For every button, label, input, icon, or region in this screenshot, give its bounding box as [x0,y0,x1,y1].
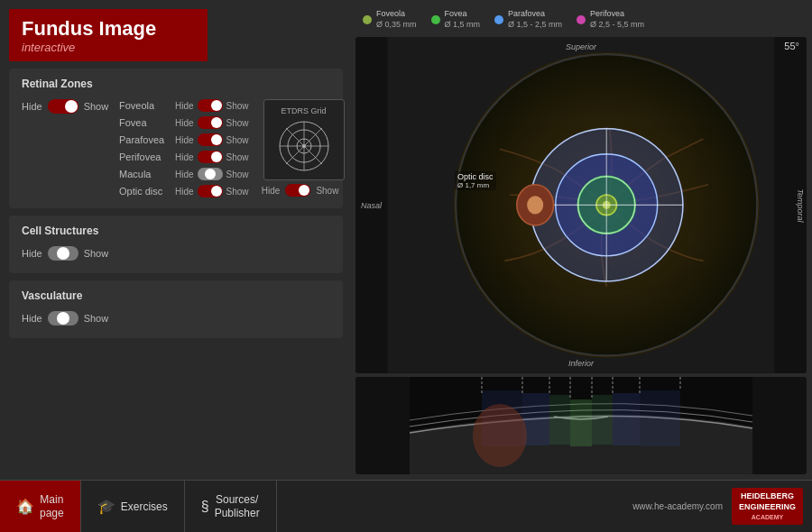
zone-toggle-parafovea[interactable] [198,133,223,146]
legend-foveola-label: Foveola [376,9,417,20]
zone-row-optic-disc: Optic disc Hide Show [119,185,249,197]
sources-icon: § [201,499,209,515]
app-subtitle: interactive [22,41,195,54]
legend-dot-perifovea [577,15,586,24]
etdrs-grid-svg [277,119,331,173]
vasculature-section: Vasculature Hide Show [9,280,343,338]
logo-line1: HEIDELBERG [739,491,796,502]
zone-toggle-macula[interactable] [198,168,223,180]
home-icon: 🏠 [16,498,34,515]
degree-label: 55° [784,41,799,51]
svg-point-34 [473,404,527,467]
oct-strip [355,377,807,474]
zone-toggle-foveola[interactable] [198,99,223,112]
svg-rect-31 [613,393,640,445]
legend-dot-fovea [431,15,440,24]
main-page-btn[interactable]: 🏠 Mainpage [0,481,81,532]
zone-row-foveola: Foveola Hide Show [119,99,249,112]
footer: 🏠 Mainpage 🎓 Exercises § Sources/Publish… [0,480,812,532]
cell-show-label: Show [84,248,109,259]
legend-dot-parafovea [494,15,503,24]
legend-fovea: Fovea Ø 1,5 mm [431,9,481,30]
retinal-zones-global-toggle-row: Hide Show [22,99,112,114]
exercises-btn[interactable]: 🎓 Exercises [81,481,185,532]
retinal-zones-section: Retinal Zones Hide Show [9,69,343,208]
main-page-label: Mainpage [40,493,64,519]
oct-svg [355,377,807,474]
legend-parafovea-label: Parafovea [508,9,562,20]
zone-label-perifovea: Perifovea [119,151,171,162]
zone-label-foveola: Foveola [119,100,171,111]
optic-disc-label: Optic disc Ø 1,7 mm [455,171,496,190]
retinal-zones-hide-label: Hide [22,101,42,112]
he-logo: HEIDELBERG ENGINEERING ACADEMY [732,488,803,524]
cell-hide-label: Hide [22,248,42,259]
legend-foveola-size: Ø 0,35 mm [376,20,417,31]
etdrs-label: ETDRS Grid [281,106,327,115]
zone-toggle-fovea[interactable] [198,116,223,129]
retinal-zones-toggle[interactable] [48,99,78,114]
app-container: Fundus Image interactive Retinal Zones H… [0,0,812,532]
zone-label-optic-disc: Optic disc [119,186,171,197]
temporal-label: Temporal [796,188,805,222]
logo-line3: ACADEMY [739,513,796,521]
zone-row-fovea: Fovea Hide Show [119,116,249,129]
legend-fovea-label: Fovea [445,9,481,20]
svg-rect-29 [592,395,613,445]
vasculature-title: Vasculature [22,289,330,302]
exercises-label: Exercises [121,500,168,513]
footer-url: www.he-academy.com [632,501,723,511]
sources-btn[interactable]: § Sources/Publisher [185,481,277,532]
svg-rect-27 [570,399,592,446]
legend-perifovea: Perifovea Ø 2,5 - 5,5 mm [577,9,644,30]
sources-label: Sources/Publisher [215,493,260,519]
fundus-svg [355,37,807,373]
zone-row-perifovea: Perifovea Hide Show [119,151,249,163]
right-panel: Foveola Ø 0,35 mm Fovea Ø 1,5 mm Parafov… [352,0,812,480]
retinal-zones-show-label: Show [84,101,109,112]
vasc-show-label: Show [84,313,109,324]
exercises-icon: 🎓 [97,498,115,515]
cell-structures-toggle[interactable] [48,246,78,261]
zone-label-macula: Macula [119,169,171,179]
legend-dot-foveola [363,15,372,24]
retinal-zones-title: Retinal Zones [22,78,330,90]
legend-foveola: Foveola Ø 0,35 mm [363,9,417,30]
etdrs-hide: Hide [262,186,281,196]
zone-row-macula: Macula Hide Show [119,168,249,180]
superior-label: Superior [566,42,596,51]
legend-parafovea: Parafovea Ø 1,5 - 2,5 mm [494,9,562,30]
etdrs-grid-box: ETDRS Grid [263,99,345,180]
fundus-image[interactable]: 55° Superior Inferior Nasal Temporal Opt… [355,37,807,373]
etdrs-toggle-row: Hide Show [262,184,339,197]
zone-toggle-perifovea[interactable] [198,151,223,163]
zone-toggle-optic-disc[interactable] [198,185,223,197]
app-header: Fundus Image interactive [9,9,208,61]
legend-perifovea-label: Perifovea [590,9,644,20]
content-row: Fundus Image interactive Retinal Zones H… [0,0,812,480]
legend-fovea-size: Ø 1,5 mm [445,20,481,31]
cell-structures-section: Cell Structures Hide Show [9,216,343,273]
logo-line2: ENGINEERING [739,502,796,513]
zone-label-fovea: Fovea [119,117,171,128]
inferior-label: Inferior [568,359,594,368]
cell-structures-toggle-row: Hide Show [22,246,330,261]
etdrs-toggle[interactable] [285,184,310,197]
nasal-label: Nasal [361,201,382,210]
zone-row-parafovea: Parafovea Hide Show [119,133,249,146]
svg-point-23 [527,197,543,215]
cell-structures-title: Cell Structures [22,225,330,237]
legend-row: Foveola Ø 0,35 mm Fovea Ø 1,5 mm Parafov… [355,5,807,33]
svg-rect-28 [549,395,570,445]
footer-right: www.he-academy.com HEIDELBERG ENGINEERIN… [277,481,812,532]
etdrs-show: Show [316,186,338,196]
vasc-hide-label: Hide [22,313,42,324]
legend-perifovea-size: Ø 2,5 - 5,5 mm [590,20,644,31]
left-column: Fundus Image interactive Retinal Zones H… [0,0,352,480]
legend-parafovea-size: Ø 1,5 - 2,5 mm [508,20,562,31]
svg-rect-33 [640,390,680,446]
app-title: Fundus Image [22,17,195,41]
vasculature-toggle-row: Hide Show [22,311,330,326]
zone-label-parafovea: Parafovea [119,134,171,145]
vasculature-toggle[interactable] [48,311,78,326]
